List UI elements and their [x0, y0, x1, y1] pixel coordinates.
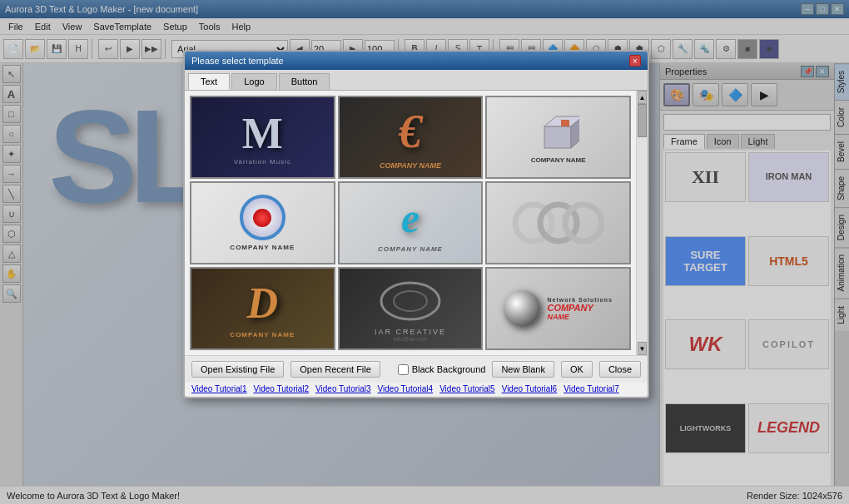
modal-header: Please select template × [185, 52, 648, 70]
modal-overlay: Please select template × Text Logo Butto… [0, 0, 849, 504]
thumb-e2-letter: e [401, 194, 420, 242]
thumb-d-letter: D [247, 279, 279, 328]
template-modal: Please select template × Text Logo Butto… [183, 50, 649, 398]
iar-sub: info@iar.com [394, 336, 428, 342]
ok-button[interactable]: OK [561, 361, 593, 378]
modal-title: Please select template [191, 56, 284, 66]
tutorial-3[interactable]: Video Tutorial3 [315, 384, 371, 393]
new-blank-button[interactable]: New Blank [492, 361, 554, 378]
tutorial-5[interactable]: Video Tutorial5 [439, 384, 495, 393]
iar-svg [377, 276, 444, 326]
template-thumb-iar[interactable]: IAR CREATIVE info@iar.com [338, 267, 484, 350]
svg-point-7 [381, 283, 439, 319]
tutorial-1[interactable]: Video Tutorial1 [191, 384, 247, 393]
thumb-d-bg: D COMPANY NAME [191, 269, 334, 348]
circle-icon [240, 195, 285, 240]
rings-svg [509, 190, 608, 256]
open-existing-button[interactable]: Open Existing File [191, 361, 284, 378]
black-bg-checkbox[interactable] [398, 364, 409, 375]
scroll-thumb[interactable] [638, 104, 647, 137]
template-thumb-rings[interactable] [485, 181, 631, 264]
modal-grid: M Variation Music € COMPANY NAME [185, 91, 636, 355]
thumb-cube-bg: COMPANY NAME [487, 97, 629, 177]
thumb-e-letter: € [399, 105, 422, 158]
circle-company-label: COMPANY NAME [230, 244, 295, 251]
close-button[interactable]: Close [599, 361, 641, 378]
thumb-circle-bg: COMPANY NAME [191, 183, 334, 263]
thumb-d-company: COMPANY NAME [230, 331, 295, 338]
scroll-up[interactable]: ▲ [638, 91, 647, 104]
svg-rect-3 [561, 120, 569, 126]
thumb-ball-bg: Network Solutions COMPANY NAME [487, 269, 629, 348]
ball-shape [504, 290, 540, 327]
modal-tabs: Text Logo Button [185, 70, 648, 91]
open-recent-button[interactable]: Open Recent File [290, 361, 380, 378]
thumb-ball-content: Network Solutions COMPANY NAME [504, 290, 612, 327]
tutorial-4[interactable]: Video Tutorial4 [378, 384, 434, 393]
template-thumb-e2[interactable]: e COMPANY NAME [338, 181, 484, 264]
iar-label: IAR CREATIVE [375, 328, 446, 336]
thumb-iar-bg: IAR CREATIVE info@iar.com [340, 269, 482, 348]
modal-tab-logo[interactable]: Logo [231, 73, 276, 90]
template-thumb-d[interactable]: D COMPANY NAME [190, 267, 335, 350]
thumb-e2-bg: e COMPANY NAME [340, 183, 482, 263]
template-thumb-circle[interactable]: COMPANY NAME [190, 181, 335, 264]
svg-point-8 [394, 291, 427, 311]
thumb-e-company: COMPANY NAME [380, 161, 441, 170]
tutorial-links: Video Tutorial1 Video Tutorial2 Video Tu… [185, 383, 648, 397]
thumb-rings-bg [487, 183, 629, 263]
tutorial-7[interactable]: Video Tutorial7 [564, 384, 619, 393]
scroll-down[interactable]: ▼ [638, 342, 647, 355]
svg-point-6 [565, 205, 602, 241]
template-thumb-m[interactable]: M Variation Music [190, 96, 335, 179]
thumb-m-sub: Variation Music [234, 158, 291, 166]
thumb-m-bg: M Variation Music [191, 97, 334, 177]
modal-close-button[interactable]: × [629, 55, 641, 67]
modal-tab-button[interactable]: Button [279, 73, 330, 90]
circle-inner [253, 209, 271, 227]
thumb-e2-company: COMPANY NAME [378, 245, 443, 253]
cube-company-label: COMPANY NAME [531, 156, 586, 164]
modal-content-area: M Variation Music € COMPANY NAME [185, 91, 648, 355]
template-thumb-cube[interactable]: COMPANY NAME [485, 96, 631, 179]
modal-scrollbar[interactable]: ▲ ▼ [636, 91, 648, 355]
cube-svg [538, 111, 579, 153]
thumb-m-letter: M [242, 109, 283, 158]
template-thumb-e[interactable]: € COMPANY NAME [338, 96, 484, 179]
black-bg-label: Black Background [398, 364, 486, 375]
svg-rect-0 [544, 126, 571, 148]
thumb-e-content: € COMPANY NAME [380, 105, 441, 170]
thumb-e-bg: € COMPANY NAME [340, 97, 482, 177]
modal-tab-text[interactable]: Text [188, 73, 230, 90]
tutorial-2[interactable]: Video Tutorial2 [254, 384, 310, 393]
template-thumb-ball[interactable]: Network Solutions COMPANY NAME [485, 267, 631, 350]
black-bg-text: Black Background [412, 364, 486, 374]
ball-text: Network Solutions COMPANY NAME [547, 297, 612, 321]
tutorial-6[interactable]: Video Tutorial6 [502, 384, 558, 393]
modal-footer: Open Existing File Open Recent File Blac… [185, 355, 648, 383]
